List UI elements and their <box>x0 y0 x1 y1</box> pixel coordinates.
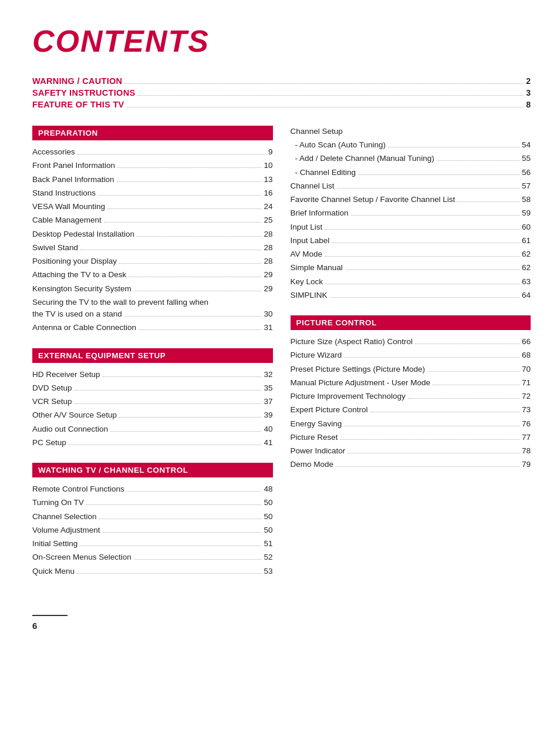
right-column: Channel Setup - Auto Scan (Auto Tuning) … <box>291 126 531 591</box>
section-watching-tv: WATCHING TV / CHANNEL CONTROL Remote Con… <box>32 463 273 577</box>
list-item: HD Receiver Setup 32 <box>32 369 273 381</box>
page-number: 6 <box>32 621 37 631</box>
list-item: Picture Reset 77 <box>291 432 531 443</box>
list-item: Input List 60 <box>291 221 531 233</box>
watching-items: Remote Control Functions 48 Turning On T… <box>32 483 273 577</box>
list-item: - Auto Scan (Auto Tuning) 54 <box>291 139 531 151</box>
list-item: Preset Picture Settings (Picture Mode) 7… <box>291 364 531 375</box>
list-item: Securing the TV to the wall to prevent f… <box>32 297 273 321</box>
list-item: Picture Improvement Technology 72 <box>291 391 531 402</box>
section-picture-header: PICTURE CONTROL <box>291 315 531 330</box>
list-item: Demo Mode 79 <box>291 459 531 470</box>
list-item: Front Panel Information 10 <box>32 160 273 171</box>
list-item: AV Mode 62 <box>291 248 531 260</box>
list-item: Swivel Stand 28 <box>32 242 273 254</box>
channel-setup-items: - Auto Scan (Auto Tuning) 54 - Add / Del… <box>291 139 531 301</box>
external-items: HD Receiver Setup 32 DVD Setup 35 VCR Se… <box>32 369 273 449</box>
section-watching-header: WATCHING TV / CHANNEL CONTROL <box>32 463 273 477</box>
list-item: Audio out Connection 40 <box>32 423 273 435</box>
list-item: Channel Selection 50 <box>32 511 273 523</box>
list-item: Input Label 61 <box>291 235 531 247</box>
section-channel-setup: Channel Setup - Auto Scan (Auto Tuning) … <box>291 127 531 301</box>
safety-page: 3 <box>526 88 531 97</box>
top-link-feature: FEATURE OF THIS TV 8 <box>32 100 531 109</box>
list-item: Key Lock 63 <box>291 276 531 288</box>
warning-label: WARNING / CAUTION <box>32 76 122 86</box>
list-item: Positioning your Display 28 <box>32 255 273 267</box>
list-item: SIMPLINK 64 <box>291 290 531 301</box>
list-item: Favorite Channel Setup / Favorite Channe… <box>291 194 531 206</box>
list-item: Attaching the TV to a Desk 29 <box>32 269 273 281</box>
list-item: Desktop Pedestal Installation 28 <box>32 228 273 240</box>
list-item: Quick Menu 53 <box>32 566 273 577</box>
main-content: PREPARATION Accessories 9 Front Panel In… <box>32 126 531 591</box>
list-item: Energy Saving 76 <box>291 418 531 430</box>
list-item: VCR Setup 37 <box>32 396 273 408</box>
list-item: VESA Wall Mounting 24 <box>32 201 273 213</box>
list-item: Turning On TV 50 <box>32 497 273 509</box>
list-item: Channel List 57 <box>291 180 531 192</box>
list-item: Expert Picture Control 73 <box>291 404 531 416</box>
list-item: - Add / Delete Channel (Manual Tuning) 5… <box>291 153 531 164</box>
top-links: WARNING / CAUTION 2 SAFETY INSTRUCTIONS … <box>32 76 531 109</box>
top-link-safety: SAFETY INSTRUCTIONS 3 <box>32 88 531 97</box>
list-item: On-Screen Menus Selection 52 <box>32 551 273 563</box>
preparation-items: Accessories 9 Front Panel Information 10… <box>32 146 273 334</box>
list-item: Other A/V Source Setup 39 <box>32 409 273 421</box>
list-item: Antenna or Cable Connection 31 <box>32 322 273 334</box>
warning-dots <box>124 83 524 84</box>
picture-control-items: Picture Size (Aspect Ratio) Control 66 P… <box>291 336 531 471</box>
list-item: Brief Information 59 <box>291 207 531 219</box>
section-external-header: EXTERNAL EQUIPMENT SETUP <box>32 348 273 363</box>
list-item: Accessories 9 <box>32 146 273 158</box>
list-item: Kensington Security System 29 <box>32 283 273 295</box>
channel-setup-label: Channel Setup <box>291 127 531 136</box>
page-title: CONTENTS <box>32 23 531 59</box>
warning-page: 2 <box>526 76 531 86</box>
section-picture-control: PICTURE CONTROL Picture Size (Aspect Rat… <box>291 315 531 471</box>
page-number-area: 6 <box>32 615 68 631</box>
list-item: Power Indicator 78 <box>291 445 531 457</box>
list-item: - Channel Editing 56 <box>291 167 531 179</box>
list-item: Picture Wizard 68 <box>291 349 531 361</box>
safety-label: SAFETY INSTRUCTIONS <box>32 88 135 97</box>
top-link-warning: WARNING / CAUTION 2 <box>32 76 531 86</box>
left-column: PREPARATION Accessories 9 Front Panel In… <box>32 126 273 591</box>
section-preparation-header: PREPARATION <box>32 126 273 140</box>
list-item: Simple Manual 62 <box>291 262 531 274</box>
list-item: Stand Instructions 16 <box>32 187 273 199</box>
list-item: Back Panel Information 13 <box>32 174 273 186</box>
list-item: DVD Setup 35 <box>32 382 273 394</box>
list-item: Initial Setting 51 <box>32 538 273 550</box>
list-item: Remote Control Functions 48 <box>32 483 273 495</box>
section-preparation: PREPARATION Accessories 9 Front Panel In… <box>32 126 273 334</box>
safety-dots <box>137 95 524 96</box>
list-item: Cable Management 25 <box>32 214 273 226</box>
feature-page: 8 <box>526 100 531 109</box>
list-item: Volume Adjustment 50 <box>32 524 273 536</box>
list-item: Manual Picture Adjustment - User Mode 71 <box>291 377 531 389</box>
feature-dots <box>127 107 524 107</box>
list-item: PC Setup 41 <box>32 437 273 449</box>
feature-label: FEATURE OF THIS TV <box>32 100 124 109</box>
list-item: Picture Size (Aspect Ratio) Control 66 <box>291 336 531 348</box>
section-external-equipment: EXTERNAL EQUIPMENT SETUP HD Receiver Set… <box>32 348 273 449</box>
